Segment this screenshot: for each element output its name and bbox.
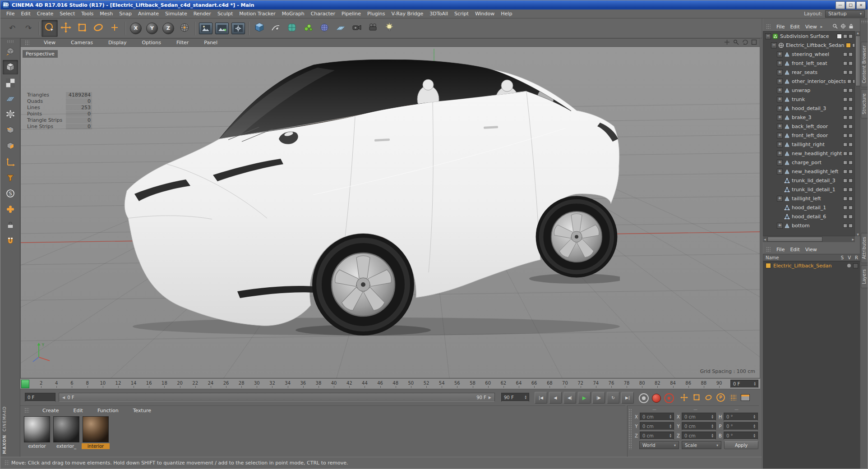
menu-simulate[interactable]: Simulate	[162, 10, 190, 18]
timeline-frame-field[interactable]: 0 F ▲▼	[730, 380, 758, 388]
spinner-icon[interactable]: ▲▼	[710, 424, 713, 428]
viewport-menu-cameras[interactable]: Cameras	[68, 39, 96, 46]
add-light-button[interactable]	[381, 20, 397, 37]
visibility-render-toggle[interactable]	[849, 88, 853, 92]
object-manager-menu-file[interactable]: File	[774, 23, 787, 31]
position-x-field[interactable]: 0 cm▲▼	[640, 413, 674, 421]
spinner-icon[interactable]: ▲▼	[710, 433, 713, 438]
texture-mode-button[interactable]	[3, 76, 18, 90]
edges-mode-button[interactable]	[3, 123, 18, 138]
menu-sculpt[interactable]: Sculpt	[214, 10, 236, 18]
menu-animate[interactable]: Animate	[135, 10, 162, 18]
add-environment-button[interactable]	[332, 20, 349, 37]
tree-item-front-left-seat[interactable]: +front_left_seat	[763, 59, 854, 68]
layer-state-dot[interactable]	[847, 264, 851, 267]
layer-manager-menu-file[interactable]: File	[774, 246, 787, 253]
tree-item-trunk[interactable]: +trunk	[763, 95, 854, 104]
spinner-icon[interactable]: ▲▼	[668, 433, 671, 438]
range-left-arrow-icon[interactable]: ◀	[62, 395, 65, 400]
viewport-menu-options[interactable]: Options	[139, 39, 164, 46]
layout-select[interactable]: Startup ▾	[825, 10, 865, 18]
visibility-render-toggle[interactable]	[849, 70, 853, 74]
layer-color-swatch[interactable]	[766, 263, 771, 268]
visibility-render-toggle[interactable]	[849, 206, 853, 210]
visibility-render-toggle[interactable]	[849, 143, 853, 147]
tree-item-taillight-right[interactable]: +taillight_right	[763, 140, 854, 149]
material-interior[interactable]: interior	[82, 416, 110, 449]
expander-icon[interactable]: +	[777, 142, 783, 147]
play-backward-button[interactable]: ◀	[549, 392, 562, 404]
add-deformer-button[interactable]	[316, 20, 332, 37]
visibility-editor-toggle[interactable]	[843, 161, 847, 165]
tree-item-rear-seats[interactable]: +rear_seats	[763, 68, 854, 77]
object-manager-menu-view[interactable]: View	[803, 23, 820, 31]
visibility-render-toggle[interactable]	[849, 97, 853, 101]
coordinate-system-select[interactable]: World ▾	[639, 441, 679, 449]
model-mode-button[interactable]	[3, 60, 18, 74]
rotation-p-field[interactable]: 0 °▲▼	[724, 422, 758, 430]
enable-axis-button[interactable]	[3, 155, 18, 169]
viewport-menu-panel[interactable]: Panel	[201, 39, 221, 46]
viewport-solo-button[interactable]	[3, 170, 18, 185]
tree-item-hood-detail-3[interactable]: +hood_detail_3	[763, 104, 854, 113]
visibility-render-toggle[interactable]	[849, 61, 853, 65]
points-mode-button[interactable]	[3, 107, 18, 122]
lock-z-axis-button[interactable]: Z	[160, 20, 176, 37]
menu-mograph[interactable]: MoGraph	[279, 10, 308, 18]
end-frame-field[interactable]: 90 F ▲▼	[501, 393, 529, 402]
materials-menu-edit[interactable]: Edit	[70, 407, 86, 414]
visibility-render-toggle[interactable]	[849, 197, 853, 201]
search-icon[interactable]	[832, 23, 838, 30]
material-thumbnail[interactable]	[24, 416, 50, 442]
previous-frame-button[interactable]: ◀|	[563, 392, 576, 404]
material-exterior[interactable]: exterior_	[52, 416, 80, 449]
play-mode-button[interactable]: ↻	[607, 392, 619, 404]
move-tool-button[interactable]	[58, 20, 74, 37]
visibility-editor-toggle[interactable]	[843, 52, 847, 56]
visibility-editor-toggle[interactable]	[843, 124, 847, 129]
viewport-menu-filter[interactable]: Filter	[173, 39, 192, 46]
render-view-button[interactable]	[198, 20, 214, 37]
expander-icon[interactable]: +	[777, 87, 783, 93]
play-button[interactable]: ▶	[578, 392, 591, 404]
visibility-editor-toggle[interactable]	[843, 152, 847, 156]
tree-item-other-interior-objects[interactable]: +other_interior_objects	[763, 77, 854, 86]
menu-render[interactable]: Render	[190, 10, 214, 18]
visibility-render-toggle[interactable]	[849, 224, 853, 228]
visibility-editor-toggle[interactable]	[843, 206, 847, 210]
toggle-view-icon[interactable]	[751, 39, 757, 46]
visibility-render-toggle[interactable]	[849, 152, 853, 156]
visibility-editor-toggle[interactable]	[843, 179, 847, 183]
tab-structure[interactable]: Structure	[861, 89, 868, 119]
add-stage-button[interactable]	[365, 20, 381, 37]
visibility-render-toggle[interactable]	[849, 179, 853, 183]
goto-end-button[interactable]: ▶|	[621, 392, 634, 404]
rotation-b-field[interactable]: 0 °▲▼	[724, 432, 758, 440]
apply-button[interactable]: Apply	[724, 441, 758, 449]
position-z-field[interactable]: 0 cm▲▼	[640, 432, 674, 440]
menu-help[interactable]: Help	[498, 10, 515, 18]
expander-icon[interactable]: +	[777, 169, 783, 175]
layer-manager-menu-view[interactable]: View	[803, 246, 820, 253]
expander-icon[interactable]: +	[777, 196, 783, 202]
more-menu-icon[interactable]: ▸	[821, 24, 823, 29]
menu-pipeline[interactable]: Pipeline	[338, 10, 364, 18]
timeline-range-slider[interactable]: ◀ 0 F 90 F ▶	[59, 393, 495, 402]
rotate-view-icon[interactable]	[742, 39, 748, 46]
menu-mesh[interactable]: Mesh	[97, 10, 116, 18]
material-thumbnail[interactable]	[83, 416, 109, 442]
visibility-editor-toggle[interactable]	[843, 70, 847, 74]
layer-manager-menu-edit[interactable]: Edit	[787, 246, 802, 253]
scrollbar-thumb[interactable]	[767, 237, 822, 242]
spinner-icon[interactable]: ▲▼	[752, 433, 755, 438]
tab-content-browser[interactable]: Content Browser	[861, 41, 868, 87]
viewport-canvas[interactable]: Perspective Triangles4189284Quads0Lines2…	[21, 47, 760, 378]
panel-grip[interactable]	[5, 460, 9, 465]
visibility-editor-toggle[interactable]	[843, 133, 847, 138]
expander-icon[interactable]: −	[765, 33, 771, 39]
lock-icon[interactable]	[849, 23, 854, 30]
tree-item-hood-detail-1[interactable]: hood_detail_1	[763, 203, 854, 212]
tree-item-bottom[interactable]: +bottom	[763, 221, 854, 230]
strip-grip[interactable]	[861, 20, 868, 23]
record-scale-button[interactable]	[691, 392, 702, 403]
